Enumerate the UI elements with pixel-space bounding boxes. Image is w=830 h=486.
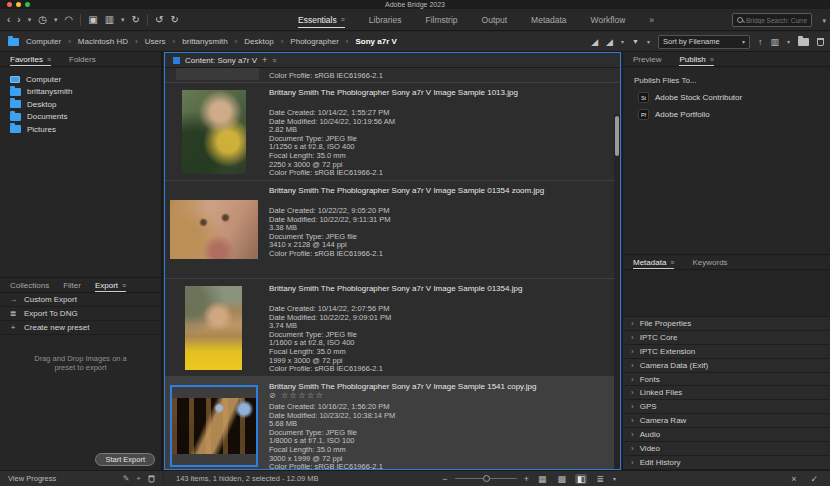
workspace-tab-workflow[interactable]: Workflow <box>591 12 626 27</box>
forward-icon[interactable]: › <box>17 14 20 25</box>
publish-service-stock[interactable]: St Adobe Stock Contributor <box>638 92 830 103</box>
boomerang-icon[interactable]: ◠ <box>64 14 73 25</box>
file-row-partial[interactable]: Color Profile: sRGB IEC61966-2.1 <box>165 68 620 83</box>
breadcrumb-segment[interactable]: Desktop <box>244 37 273 46</box>
tab-preview[interactable]: Preview <box>633 52 661 66</box>
publish-service-portfolio[interactable]: Pf Adobe Portfolio <box>638 109 830 120</box>
open-chevron-icon[interactable]: ▾ <box>787 38 790 45</box>
thumbnail-size-slider[interactable] <box>455 478 517 479</box>
metadata-section-camera-data[interactable]: › Camera Data (Exif) <box>623 359 830 373</box>
breadcrumb-segment[interactable]: Photographer <box>290 37 338 46</box>
create-new-preset-button[interactable]: + Create new preset <box>0 321 161 335</box>
panel-menu-icon[interactable]: ≡ <box>670 259 674 266</box>
tab-collections[interactable]: Collections <box>10 278 49 292</box>
panel-menu-icon[interactable]: ≡ <box>47 56 51 63</box>
filter-icon[interactable]: ▼ <box>632 38 639 45</box>
edit-preset-icon[interactable]: ✎ <box>123 474 130 483</box>
thumbnail-quality-menu-icon[interactable]: ◢ <box>606 37 613 47</box>
metadata-section-fonts[interactable]: › Fonts <box>623 373 830 387</box>
refresh-icon[interactable]: ↻ <box>132 14 140 25</box>
export-preset-custom[interactable]: → Custom Export <box>0 293 161 307</box>
sort-dropdown[interactable]: Sort by Filename ▾ <box>658 35 750 49</box>
metadata-section-edit-history[interactable]: › Edit History <box>623 456 830 470</box>
sidebar-item-brittanysmith[interactable]: brittanysmith <box>0 86 161 99</box>
sidebar-item-pictures[interactable]: Pictures <box>0 123 161 136</box>
workspace-tab-libraries[interactable]: Libraries <box>369 12 402 27</box>
bridge-search[interactable] <box>732 13 812 27</box>
breadcrumb-segment[interactable]: Users <box>145 37 166 46</box>
content-scrollbar[interactable] <box>614 114 620 470</box>
panel-menu-icon[interactable]: ≡ <box>122 282 126 289</box>
breadcrumb-segment[interactable]: Macintosh HD <box>78 37 128 46</box>
file-row[interactable]: Brittany Smith The Phoblographer Sony a7… <box>165 279 620 377</box>
scrollbar-thumb[interactable] <box>615 116 619 156</box>
delete-preset-icon[interactable] <box>149 475 155 482</box>
metadata-section-file-properties[interactable]: › File Properties <box>623 317 830 331</box>
slider-knob[interactable] <box>483 475 490 482</box>
content-menu-icon[interactable]: ≡ <box>272 57 276 64</box>
back-icon[interactable]: ‹ <box>7 14 10 25</box>
tab-favorites[interactable]: Favorites ≡ <box>10 52 51 66</box>
tab-filter[interactable]: Filter <box>63 278 81 292</box>
breadcrumb-segment-current[interactable]: Sony a7r V <box>356 37 397 46</box>
metadata-section-linked-files[interactable]: › Linked Files <box>623 386 830 400</box>
add-preset-icon[interactable]: + <box>136 474 141 483</box>
cancel-metadata-icon[interactable]: × <box>791 474 796 484</box>
panel-menu-icon[interactable]: ≡ <box>710 56 714 63</box>
breadcrumb-segment[interactable]: Computer <box>26 37 61 46</box>
apply-metadata-icon[interactable]: ✓ <box>810 474 818 484</box>
view-progress-link[interactable]: View Progress <box>8 474 56 483</box>
workspace-tab-filmstrip[interactable]: Filmstrip <box>425 12 457 27</box>
no-rating-icon[interactable]: ⊘ <box>269 391 277 400</box>
zoom-in-icon[interactable]: + <box>524 474 529 484</box>
file-thumbnail[interactable] <box>172 398 256 454</box>
star-rating[interactable]: ⊘ ☆☆☆☆☆ <box>269 391 614 401</box>
rotate-left-icon[interactable]: ↺ <box>155 14 163 25</box>
metadata-section-camera-raw[interactable]: › Camera Raw <box>623 414 830 428</box>
list-view-icon[interactable]: ≣ <box>594 474 606 484</box>
quality-chevron-icon[interactable]: ▾ <box>621 38 624 45</box>
new-folder-icon[interactable] <box>798 38 809 46</box>
workspace-tab-essentials[interactable]: Essentials ≡ <box>298 12 345 28</box>
rotate-right-icon[interactable]: ↻ <box>170 14 178 25</box>
filter-chevron-icon[interactable]: ▾ <box>647 38 650 45</box>
tab-export[interactable]: Export ≡ <box>95 278 126 292</box>
star-icons[interactable]: ☆☆☆☆☆ <box>281 391 324 400</box>
workspace-menu-icon[interactable]: ≡ <box>341 16 345 23</box>
search-input[interactable] <box>746 17 807 24</box>
metadata-section-iptc-core[interactable]: › IPTC Core <box>623 331 830 345</box>
export-dropzone[interactable]: Drag and Drop Images on a preset to expo… <box>4 338 157 452</box>
metadata-section-audio[interactable]: › Audio <box>623 428 830 442</box>
file-row[interactable]: Brittany Smith The Phoblographer Sony a7… <box>165 83 620 181</box>
sidebar-item-documents[interactable]: Documents <box>0 111 161 124</box>
view-options-chevron-icon[interactable]: ▾ <box>613 475 616 482</box>
chevron-down-icon[interactable]: ▾ <box>28 16 32 24</box>
tab-keywords[interactable]: Keywords <box>692 255 727 269</box>
file-thumbnail[interactable] <box>170 200 258 259</box>
tab-metadata[interactable]: Metadata ≡ <box>633 255 674 269</box>
file-row-selected[interactable]: Brittany Smith The Phoblographer Sony a7… <box>165 377 620 470</box>
tab-publish[interactable]: Publish ≡ <box>679 52 713 66</box>
history-chevron-icon[interactable]: ▾ <box>54 16 58 24</box>
file-thumbnail[interactable] <box>185 286 242 370</box>
workspace-overflow-icon[interactable]: » <box>649 12 654 27</box>
search-scope-chevron-icon[interactable]: ▾ <box>822 17 826 25</box>
thumbnail-view-icon[interactable]: ▩ <box>555 474 568 484</box>
file-row[interactable]: Brittany Smith The Phoblographer Sony a7… <box>165 181 620 279</box>
start-export-button[interactable]: Start Export <box>95 453 155 466</box>
add-tab-icon[interactable]: + <box>262 55 267 65</box>
metadata-section-iptc-extension[interactable]: › IPTC Extension <box>623 345 830 359</box>
move-copy-icon[interactable]: ▥ <box>105 14 114 25</box>
sidebar-item-desktop[interactable]: Desktop <box>0 98 161 111</box>
workspace-tab-output[interactable]: Output <box>482 12 508 27</box>
export-preset-dng[interactable]: ≣ Export To DNG <box>0 307 161 321</box>
sidebar-item-computer[interactable]: Computer <box>0 73 161 86</box>
open-in-camera-raw-icon[interactable]: ▥ <box>770 37 779 47</box>
thumbnail-quality-icon[interactable]: ◢ <box>591 37 598 47</box>
metadata-section-video[interactable]: › Video <box>623 442 830 456</box>
zoom-out-icon[interactable]: − <box>442 474 447 484</box>
grid-view-icon[interactable]: ▦ <box>536 474 549 484</box>
tab-folders[interactable]: Folders <box>69 52 96 66</box>
move-copy-chevron-icon[interactable]: ▾ <box>121 16 125 24</box>
file-thumbnail[interactable] <box>182 90 246 174</box>
